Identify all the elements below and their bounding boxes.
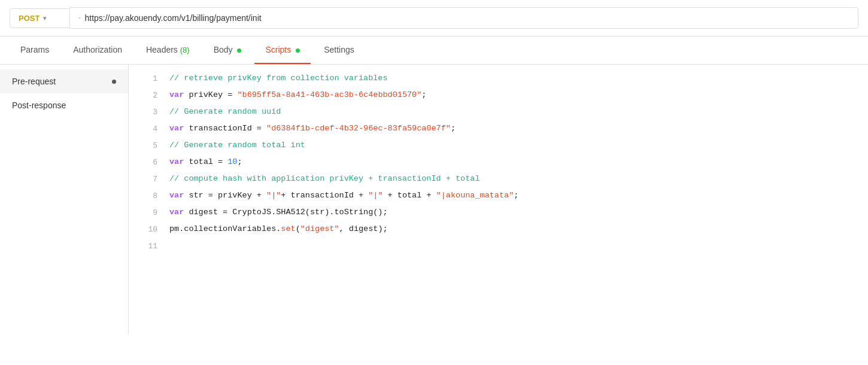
code-content: // Generate random uuid bbox=[169, 105, 858, 119]
code-content: // compute hash with application privKey… bbox=[169, 172, 858, 186]
line-number: 10 bbox=[138, 223, 157, 236]
tab-settings[interactable]: Settings bbox=[313, 36, 365, 64]
token-kw: var bbox=[169, 90, 184, 99]
token-comment: // compute hash with application privKey… bbox=[169, 174, 479, 183]
token-plain: ; bbox=[421, 90, 426, 99]
code-editor[interactable]: 1// retrieve privKey from collection var… bbox=[129, 65, 868, 334]
tab-scripts[interactable]: Scripts bbox=[254, 36, 311, 64]
token-plain: privKey = bbox=[184, 90, 237, 99]
headers-badge: (8) bbox=[180, 45, 190, 54]
line-number: 1 bbox=[138, 72, 157, 86]
token-plain: + total + bbox=[383, 191, 436, 200]
token-plain: transactionId = bbox=[184, 124, 266, 133]
line-number: 9 bbox=[138, 206, 157, 220]
sidebar: Pre-request Post-response bbox=[0, 65, 129, 334]
tab-authorization[interactable]: Authorization bbox=[62, 36, 133, 64]
method-label: POST bbox=[19, 14, 40, 23]
code-content: // retrieve privKey from collection vari… bbox=[169, 72, 858, 86]
scripts-dot bbox=[296, 48, 300, 53]
line-number: 3 bbox=[138, 105, 157, 119]
code-line-11: 11 bbox=[129, 239, 868, 256]
sidebar-item-label: Post-response bbox=[12, 101, 66, 110]
line-number: 7 bbox=[138, 172, 157, 186]
url-input[interactable]: · https://pay.akouendy.com/v1/billing/pa… bbox=[69, 7, 858, 29]
token-str: "|" bbox=[368, 191, 383, 200]
code-line-8: 8var str = privKey + "|"+ transactionId … bbox=[129, 189, 868, 206]
line-number: 5 bbox=[138, 139, 157, 153]
code-line-3: 3// Generate random uuid bbox=[129, 105, 868, 122]
token-plain: ; bbox=[451, 124, 456, 133]
token-plain: , digest); bbox=[339, 224, 388, 233]
code-content: var total = 10; bbox=[169, 156, 858, 169]
code-content: // Generate random total int bbox=[169, 139, 858, 153]
token-comment: // Generate random total int bbox=[169, 141, 305, 150]
tab-body[interactable]: Body bbox=[203, 36, 253, 64]
token-plain: + transactionId + bbox=[281, 191, 368, 200]
token-plain: pm.collectionVariables. bbox=[169, 224, 281, 233]
line-number: 11 bbox=[138, 239, 157, 253]
token-plain: digest = CryptoJS.SHA512(str).toString()… bbox=[184, 208, 387, 217]
line-number: 4 bbox=[138, 122, 157, 136]
token-str: "b695ff5a-8a41-463b-ac3b-6c4ebbd01570" bbox=[237, 90, 421, 99]
code-line-6: 6var total = 10; bbox=[129, 156, 868, 172]
sidebar-item-label: Pre-request bbox=[12, 77, 56, 86]
code-line-4: 4var transactionId = "d6384f1b-cdef-4b32… bbox=[129, 122, 868, 139]
line-number: 8 bbox=[138, 189, 157, 203]
code-content: var digest = CryptoJS.SHA512(str).toStri… bbox=[169, 206, 858, 220]
method-selector[interactable]: POST ▾ bbox=[10, 8, 69, 28]
token-num: 10 bbox=[227, 157, 237, 166]
token-str: "digest" bbox=[301, 224, 339, 233]
url-bar: POST ▾ · https://pay.akouendy.com/v1/bil… bbox=[0, 0, 868, 36]
code-line-10: 10pm.collectionVariables.set("digest", d… bbox=[129, 223, 868, 239]
token-fn: set bbox=[281, 224, 295, 233]
token-str: "d6384f1b-cdef-4b32-96ec-83fa59ca0e7f" bbox=[266, 124, 451, 133]
tab-params[interactable]: Params bbox=[10, 36, 60, 64]
code-line-9: 9var digest = CryptoJS.SHA512(str).toStr… bbox=[129, 206, 868, 223]
token-kw: var bbox=[169, 191, 184, 200]
sidebar-item-pre-request[interactable]: Pre-request bbox=[0, 69, 128, 93]
chevron-down-icon: ▾ bbox=[43, 14, 47, 22]
token-str: "|" bbox=[266, 191, 281, 200]
main-content: Pre-request Post-response 1// retrieve p… bbox=[0, 65, 868, 334]
token-plain: total = bbox=[184, 157, 227, 166]
pre-request-dot bbox=[112, 80, 116, 84]
code-content: pm.collectionVariables.set("digest", dig… bbox=[169, 223, 858, 236]
tab-headers[interactable]: Headers (8) bbox=[135, 36, 201, 64]
token-plain: ; bbox=[514, 191, 518, 200]
token-kw: var bbox=[169, 157, 184, 166]
line-number: 2 bbox=[138, 89, 157, 102]
tabs-bar: Params Authorization Headers (8) Body Sc… bbox=[0, 36, 868, 65]
token-plain: str = privKey + bbox=[184, 191, 266, 200]
line-number: 6 bbox=[138, 156, 157, 169]
token-kw: var bbox=[169, 208, 184, 217]
token-comment: // retrieve privKey from collection vari… bbox=[169, 74, 388, 83]
code-content: var transactionId = "d6384f1b-cdef-4b32-… bbox=[169, 122, 858, 136]
body-dot bbox=[237, 48, 241, 53]
code-content: var str = privKey + "|"+ transactionId +… bbox=[169, 189, 858, 203]
code-line-5: 5// Generate random total int bbox=[129, 139, 868, 156]
token-plain: ( bbox=[296, 224, 301, 233]
sidebar-item-post-response[interactable]: Post-response bbox=[0, 93, 128, 117]
token-str: "|akouna_matata" bbox=[436, 191, 514, 200]
code-line-7: 7// compute hash with application privKe… bbox=[129, 172, 868, 189]
code-line-1: 1// retrieve privKey from collection var… bbox=[129, 72, 868, 89]
url-dot: · bbox=[78, 13, 81, 23]
token-kw: var bbox=[169, 124, 184, 133]
code-line-2: 2var privKey = "b695ff5a-8a41-463b-ac3b-… bbox=[129, 89, 868, 105]
token-comment: // Generate random uuid bbox=[169, 107, 281, 116]
token-plain: ; bbox=[237, 157, 242, 166]
code-content: var privKey = "b695ff5a-8a41-463b-ac3b-6… bbox=[169, 89, 858, 102]
url-value: https://pay.akouendy.com/v1/billing/paym… bbox=[84, 13, 261, 23]
